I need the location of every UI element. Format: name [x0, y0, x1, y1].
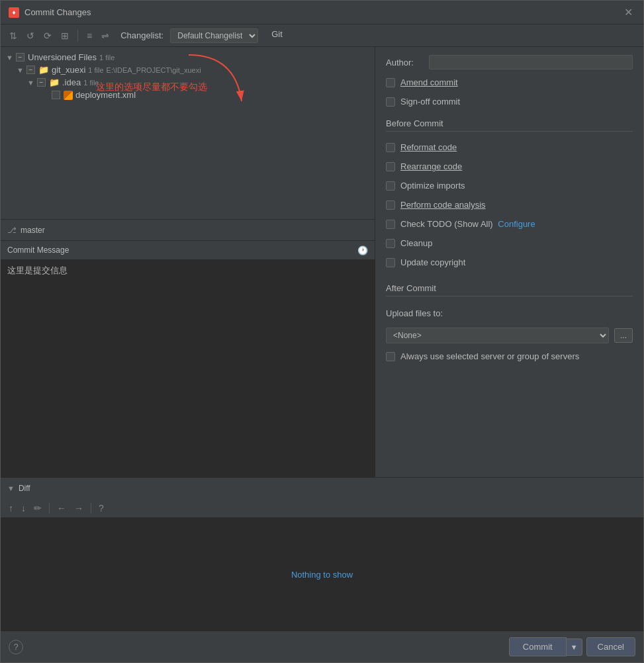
amend-commit-row: Amend commit	[386, 76, 633, 89]
update-copyright-checkbox[interactable]	[386, 258, 395, 267]
optimize-imports-checkbox[interactable]	[386, 181, 395, 191]
xml-file-icon	[64, 91, 73, 100]
commit-message-header: Commit Message 🕐	[1, 241, 375, 259]
check-todo-row: Check TODO (Show All) Configure	[386, 218, 633, 230]
diff-separator-2	[91, 503, 91, 513]
cleanup-label[interactable]: Cleanup	[400, 238, 432, 248]
file-tree: ▼ Unversioned Files 1 file ▼ 📁 git_xuexi…	[1, 47, 375, 219]
clock-icon[interactable]: 🕐	[357, 245, 368, 255]
help-button[interactable]: ?	[9, 640, 23, 654]
reformat-code-checkbox[interactable]	[386, 143, 395, 152]
diff-separator-1	[49, 503, 50, 513]
amend-commit-label[interactable]: Amend commit	[400, 77, 458, 87]
signoff-commit-checkbox[interactable]	[386, 97, 395, 107]
git-xuexi-count: 1 file	[88, 66, 103, 74]
title-bar: ♦ Commit Changes ✕	[1, 1, 643, 24]
nothing-to-show-text: Nothing to show	[291, 570, 353, 580]
dialog-title: Commit Changes	[24, 7, 91, 17]
rearrange-code-checkbox[interactable]	[386, 162, 395, 171]
reformat-code-label[interactable]: Reformat code	[400, 142, 457, 152]
collapse-button[interactable]: ≡	[83, 28, 95, 43]
checkbox-git-xuexi[interactable]	[26, 66, 35, 74]
checkbox-idea[interactable]	[37, 78, 46, 87]
diff-down-button[interactable]: ↓	[19, 502, 28, 515]
upload-server-select[interactable]: <None>	[386, 328, 609, 343]
commit-button[interactable]: Commit	[509, 637, 567, 656]
unversioned-label: Unversioned Files	[28, 52, 97, 62]
upload-files-label: Upload files to:	[386, 308, 443, 318]
deployment-label: deployment.xml	[75, 90, 136, 100]
idea-label: .idea	[62, 77, 81, 87]
author-input[interactable]	[429, 55, 633, 69]
diff-section: ▼ Diff ↑ ↓ ✏ ← → ? Nothing to show	[1, 477, 643, 631]
checkbox-unversioned[interactable]	[16, 53, 24, 62]
author-row: Author:	[386, 55, 633, 69]
left-panel: ▼ Unversioned Files 1 file ▼ 📁 git_xuexi…	[1, 47, 375, 477]
diff-up-button[interactable]: ↑	[6, 502, 16, 515]
right-panel: Author: Amend commit Sign-off commit Bef…	[375, 47, 643, 477]
folder-icon-git-xuexi: 📁	[38, 65, 49, 75]
diff-next-button[interactable]: →	[71, 502, 86, 515]
commit-message-textarea[interactable]: 这里是提交信息	[1, 259, 375, 477]
rearrange-code-row: Rearrange code	[386, 160, 633, 173]
update-copyright-label[interactable]: Update copyright	[400, 257, 465, 267]
always-use-server-checkbox[interactable]	[386, 352, 395, 361]
upload-files-row: Upload files to:	[386, 308, 633, 318]
cleanup-checkbox[interactable]	[386, 239, 395, 248]
toolbar: ⇅ ↺ ⟳ ⊞ ≡ ⇌ Changelist: Default Changeli…	[1, 24, 643, 47]
diff-help-button[interactable]: ?	[96, 502, 107, 515]
commit-message-section: Commit Message 🕐 这里是提交信息	[1, 240, 375, 477]
always-use-server-row: Always use selected server or group of s…	[386, 350, 633, 363]
check-todo-checkbox[interactable]	[386, 220, 395, 229]
refresh-button[interactable]: ⟳	[40, 28, 55, 43]
expand-all-button[interactable]: ⇅	[6, 28, 21, 43]
git-tab[interactable]: Git	[271, 29, 283, 42]
folder-icon-idea: 📁	[49, 77, 60, 87]
group-button[interactable]: ⊞	[58, 28, 72, 43]
bottom-right: Commit ▼ Cancel	[509, 637, 635, 656]
optimize-imports-label[interactable]: Optimize imports	[400, 181, 465, 191]
bottom-bar: ? Commit ▼ Cancel	[1, 631, 643, 662]
cleanup-row: Cleanup	[386, 237, 633, 249]
signoff-commit-row: Sign-off commit	[386, 95, 633, 108]
update-copyright-row: Update copyright	[386, 256, 633, 269]
always-use-server-label[interactable]: Always use selected server or group of s…	[400, 351, 579, 361]
main-content: ▼ Unversioned Files 1 file ▼ 📁 git_xuexi…	[1, 47, 643, 477]
author-label: Author:	[386, 58, 422, 67]
app-icon: ♦	[9, 7, 19, 18]
diff-header: ▼ Diff	[1, 478, 643, 499]
upload-browse-button[interactable]: ...	[614, 328, 633, 343]
tree-arrow-git-xuexi: ▼	[17, 66, 24, 74]
before-commit-header: Before Commit	[386, 118, 633, 132]
signoff-commit-label[interactable]: Sign-off commit	[400, 97, 460, 107]
diff-collapse-arrow[interactable]: ▼	[7, 484, 15, 492]
perform-code-analysis-label[interactable]: Perform code analysis	[400, 200, 486, 210]
amend-commit-checkbox[interactable]	[386, 78, 395, 87]
diff-edit-button[interactable]: ✏	[31, 502, 44, 515]
rearrange-code-label[interactable]: Rearrange code	[400, 161, 462, 171]
tree-item-git-xuexi[interactable]: ▼ 📁 git_xuexi 1 file E:\IDEA_PROJECT\git…	[3, 64, 372, 76]
undo-button[interactable]: ↺	[23, 28, 38, 43]
commit-dropdown-button[interactable]: ▼	[567, 639, 582, 656]
checkbox-deployment[interactable]	[52, 91, 60, 99]
commit-button-group: Commit ▼	[509, 637, 582, 656]
cancel-button[interactable]: Cancel	[586, 637, 635, 656]
changelist-select[interactable]: Default Changelist	[170, 28, 258, 43]
idea-count: 1 file	[83, 79, 99, 87]
sort-button[interactable]: ⇌	[98, 28, 113, 43]
title-bar-left: ♦ Commit Changes	[9, 7, 91, 18]
git-xuexi-label: git_xuexi	[52, 65, 85, 75]
check-todo-label[interactable]: Check TODO (Show All) Configure	[400, 219, 535, 229]
tree-arrow-idea: ▼	[27, 79, 35, 87]
perform-code-analysis-checkbox[interactable]	[386, 200, 395, 210]
reformat-code-row: Reformat code	[386, 141, 633, 154]
tree-item-idea[interactable]: ▼ 📁 .idea 1 file	[3, 76, 372, 89]
close-button[interactable]: ✕	[621, 6, 635, 19]
perform-code-analysis-row: Perform code analysis	[386, 199, 633, 211]
changelist-label: Changelist:	[120, 30, 163, 40]
commit-message-label: Commit Message	[7, 245, 69, 255]
configure-link[interactable]: Configure	[498, 219, 535, 229]
diff-prev-button[interactable]: ←	[54, 502, 69, 515]
tree-item-deployment[interactable]: ▶ deployment.xml	[3, 89, 372, 101]
tree-item-unversioned[interactable]: ▼ Unversioned Files 1 file	[3, 51, 372, 64]
